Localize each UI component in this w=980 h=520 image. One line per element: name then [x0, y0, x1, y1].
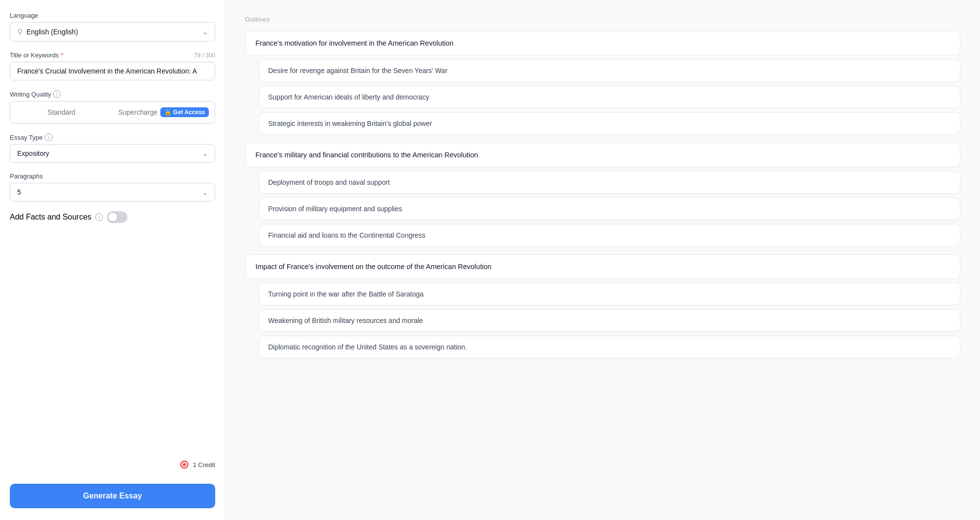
- essay-type-label: Essay Type i: [10, 133, 215, 141]
- writing-quality-label-text: Writing Quality: [10, 91, 51, 98]
- paragraphs-select-wrapper[interactable]: 5 ⌄: [10, 183, 215, 201]
- paragraphs-chevron-icon: ⌄: [202, 189, 208, 196]
- outline-sub-item: Weakening of British military resources …: [259, 309, 960, 332]
- lock-icon: 🔒: [164, 109, 172, 116]
- get-access-label: Get Access: [173, 109, 205, 116]
- generate-essay-button[interactable]: Generate Essay: [10, 484, 215, 508]
- outline-sub-item: Desire for revenge against Britain for t…: [259, 59, 960, 82]
- title-input[interactable]: [10, 62, 215, 80]
- standard-quality-button[interactable]: Standard: [10, 101, 113, 123]
- quality-toggle: Standard Supercharge 🔒 Get Access: [10, 101, 215, 124]
- paragraphs-group: Paragraphs 5 ⌄: [10, 173, 215, 201]
- credit-icon: [179, 459, 190, 470]
- outlines-container: France's motivation for involvement in t…: [245, 31, 960, 358]
- language-select[interactable]: English (English): [26, 28, 202, 36]
- essay-type-select[interactable]: Expository: [17, 149, 202, 157]
- writing-quality-info-icon[interactable]: i: [53, 90, 61, 98]
- paragraphs-label-text: Paragraphs: [10, 173, 43, 180]
- outline-main-item: Impact of France's involvement on the ou…: [245, 254, 960, 279]
- essay-type-group: Essay Type i Expository ⌄: [10, 133, 215, 163]
- outline-main-item: France's motivation for involvement in t…: [245, 31, 960, 55]
- outline-sub-list: Turning point in the war after the Battl…: [259, 283, 960, 358]
- get-access-badge[interactable]: 🔒 Get Access: [160, 107, 209, 117]
- essay-type-chevron-icon: ⌄: [202, 150, 208, 157]
- outline-sub-item: Provision of military equipment and supp…: [259, 198, 960, 220]
- essay-type-select-wrapper[interactable]: Expository ⌄: [10, 144, 215, 163]
- credit-row: 1 Credit: [10, 455, 215, 470]
- language-label: Language: [10, 12, 215, 19]
- outline-sub-item: Support for American ideals of liberty a…: [259, 86, 960, 108]
- language-select-wrapper[interactable]: ⚲ English (English) ⌄: [10, 22, 215, 42]
- outline-section: Impact of France's involvement on the ou…: [245, 254, 960, 358]
- outline-section: France's military and financial contribu…: [245, 143, 960, 247]
- writing-quality-group: Writing Quality i Standard Supercharge 🔒…: [10, 90, 215, 124]
- outline-sub-list: Deployment of troops and naval supportPr…: [259, 171, 960, 247]
- paragraphs-label: Paragraphs: [10, 173, 215, 180]
- paragraphs-select[interactable]: 5: [17, 188, 202, 196]
- right-panel: Outlines France's motivation for involve…: [226, 0, 980, 520]
- language-field-group: Language ⚲ English (English) ⌄: [10, 12, 215, 42]
- title-required-star: *: [61, 51, 63, 59]
- credit-label: 1 Credit: [193, 461, 215, 469]
- outline-sub-item: Strategic interests in weakening Britain…: [259, 112, 960, 135]
- search-icon: ⚲: [17, 27, 23, 36]
- outline-sub-item: Diplomatic recognition of the United Sta…: [259, 336, 960, 358]
- title-char-count: 79 / 300: [194, 52, 215, 59]
- left-panel: Language ⚲ English (English) ⌄ Title or …: [0, 0, 226, 520]
- title-label: Title or Keywords * 79 / 300: [10, 51, 215, 59]
- facts-sources-info-icon[interactable]: i: [95, 213, 103, 221]
- title-field-group: Title or Keywords * 79 / 300: [10, 51, 215, 80]
- facts-sources-toggle[interactable]: [107, 211, 127, 223]
- outline-sub-list: Desire for revenge against Britain for t…: [259, 59, 960, 135]
- outline-sub-item: Financial aid and loans to the Continent…: [259, 224, 960, 247]
- facts-sources-row: Add Facts and Sources i: [10, 211, 215, 223]
- essay-type-label-text: Essay Type: [10, 134, 43, 141]
- credit-svg-icon: [179, 459, 190, 470]
- facts-sources-label: Add Facts and Sources: [10, 213, 91, 222]
- outline-sub-item: Turning point in the war after the Battl…: [259, 283, 960, 305]
- outlines-label: Outlines: [245, 16, 960, 23]
- supercharge-quality-button[interactable]: Supercharge 🔒 Get Access: [113, 101, 215, 123]
- chevron-down-icon: ⌄: [202, 28, 208, 36]
- outline-section: France's motivation for involvement in t…: [245, 31, 960, 135]
- outline-main-item: France's military and financial contribu…: [245, 143, 960, 167]
- language-label-text: Language: [10, 12, 38, 19]
- writing-quality-label: Writing Quality i: [10, 90, 215, 98]
- essay-type-info-icon[interactable]: i: [45, 133, 52, 141]
- svg-point-2: [183, 463, 186, 466]
- title-label-text: Title or Keywords: [10, 51, 59, 59]
- outline-sub-item: Deployment of troops and naval support: [259, 171, 960, 194]
- supercharge-label: Supercharge: [118, 108, 157, 116]
